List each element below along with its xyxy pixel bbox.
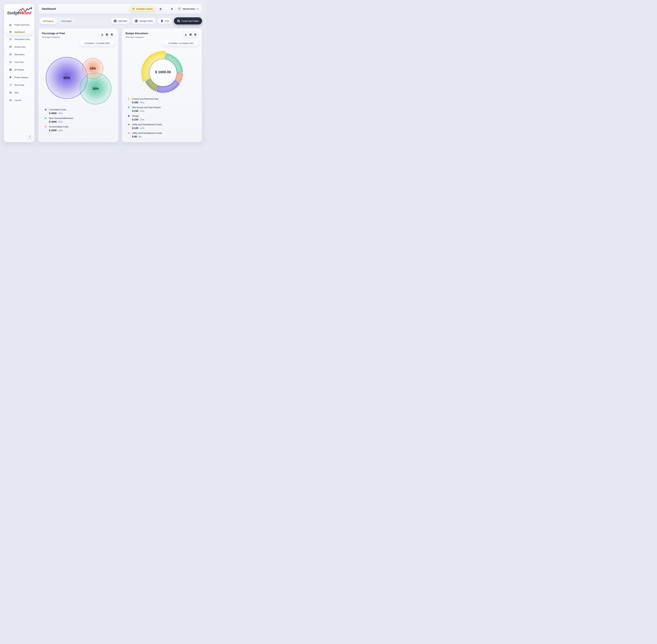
bell-icon — [170, 7, 173, 10]
projects-tray-icon — [9, 68, 12, 71]
schedule-demo-button[interactable]: Schedule a Demo — [130, 6, 156, 12]
legend-item: Utility and Development Costs $ 12012% — [128, 123, 162, 130]
dashboard-actions: Add Chart Arrange Charts Print Create Ne… — [111, 17, 202, 25]
app-logo: budget4cast — [7, 8, 32, 16]
sidebar-item-label: Project Sammary — [14, 24, 29, 26]
sidebar-item-label: Project Settings — [14, 76, 28, 78]
tab-trial-project[interactable]: Trial Project — [58, 18, 75, 24]
user-profile-menu[interactable]: Murad Amiar — [177, 7, 198, 11]
sidebar-item-dashboard[interactable]: Dashboard — [6, 28, 33, 36]
arrange-icon — [135, 19, 138, 23]
chevron-left-icon — [29, 135, 31, 137]
sidebar-item-label: Log Out — [14, 99, 21, 101]
sidebar-item-label: Relocations — [14, 53, 25, 55]
project-tabs: All Projects Trial Project — [38, 17, 76, 25]
donut-legend: County and Planning Fees $ 35035% Site S… — [128, 97, 162, 139]
plus-icon — [114, 19, 117, 23]
card-action-bar — [183, 32, 198, 37]
logout-icon — [9, 99, 12, 101]
legend-dot — [45, 109, 47, 111]
date-range-picker[interactable]: 10 October / 12 October 2024 — [79, 40, 115, 46]
svg-text:35%: 35% — [92, 87, 99, 90]
legend-item: Utility and Development Costs $ 808% — [128, 132, 162, 139]
legend-dot — [128, 115, 130, 117]
legend-item: Site Survey and Soils Report $ 23023% — [128, 106, 162, 113]
donut-chart — [122, 28, 202, 97]
sidebar-item-cash-flow[interactable]: Cash Flow — [4, 58, 34, 66]
sidebar-item-log-out[interactable]: Log Out — [4, 96, 34, 104]
svg-text:$: $ — [10, 46, 11, 48]
legend-dot — [45, 126, 47, 128]
date-range-picker[interactable]: 10 October / 12 October 2024 — [163, 40, 198, 46]
budget-allocations-card: Budget Allocations All Budget Categories… — [122, 28, 202, 142]
svg-text:20%: 20% — [90, 67, 96, 70]
top-header: Dashboard Schedule a Demo Murad Amiar — [38, 4, 202, 14]
legend-item: County and Planning Fees $ 35035% — [128, 97, 162, 105]
sidebar-item-project-settings[interactable]: Project Settings — [4, 73, 34, 81]
settings-hex-icon — [9, 76, 12, 79]
legend-dot — [45, 117, 47, 119]
sidebar-collapse-button[interactable] — [27, 134, 32, 139]
play-icon — [133, 8, 135, 10]
close-icon[interactable] — [110, 33, 114, 36]
logo-wordmark: budget4cast — [7, 10, 31, 15]
sidebar-item-all-projects[interactable]: All Projects — [4, 66, 34, 73]
relocate-icon — [9, 53, 12, 56]
sidebar-item-label: Forecasted Costs — [14, 38, 30, 40]
card-action-bar — [99, 32, 115, 37]
sidebar: budget4cast Project Sammary Dashboard Fo… — [4, 4, 34, 142]
dashboard-grid-icon — [9, 30, 12, 33]
sidebar-item-label: Help — [14, 91, 18, 94]
legend-dot — [128, 98, 130, 100]
cash-flow-icon — [9, 61, 12, 64]
card-subtitle: All Budget Categories — [125, 36, 144, 38]
sidebar-item-label: Reset Data — [14, 84, 24, 86]
sidebar-item-label: Cash Flow — [14, 61, 24, 63]
sidebar-item-help[interactable]: Help — [4, 89, 34, 96]
arrange-charts-button[interactable]: Arrange Charts — [132, 18, 156, 24]
card-title: Percentage of Total — [42, 32, 65, 35]
app-root: budget4cast Project Sammary Dashboard Fo… — [0, 0, 206, 146]
legend-item: Design $ 22022% — [128, 114, 162, 122]
receipt-icon — [9, 38, 12, 41]
legend-item: Non-ForecastedInvoices $ 300035% — [45, 117, 73, 124]
legend-dot — [128, 107, 130, 108]
create-new-project-button[interactable]: Create New Project — [174, 17, 202, 24]
reset-icon — [9, 84, 12, 86]
user-name: Murad Amiar — [183, 8, 195, 10]
expand-icon[interactable] — [189, 33, 192, 36]
legend-dot — [128, 124, 130, 125]
sidebar-nav: Project Sammary Dashboard Forecasted Cos… — [4, 21, 34, 104]
card-subtitle: All Budget Categories — [42, 36, 60, 38]
legend-dot — [128, 132, 130, 134]
new-project-icon — [177, 20, 180, 22]
print-button[interactable]: Print — [158, 18, 172, 24]
donut-total: $ 1000.00 — [149, 70, 178, 74]
add-chart-button[interactable]: Add Chart — [111, 18, 130, 24]
legend-item: Committed Costs $ 400045% — [45, 108, 73, 115]
sidebar-item-actual-costs[interactable]: $ Actual Costs — [4, 43, 34, 51]
theme-toggle[interactable] — [158, 6, 167, 12]
sidebar-item-label: Dashboard — [15, 31, 25, 33]
expand-icon[interactable] — [105, 33, 109, 36]
download-icon[interactable] — [184, 33, 188, 36]
avatar — [177, 7, 182, 11]
sidebar-item-project-summary[interactable]: Project Sammary — [4, 21, 34, 28]
svg-text:45%: 45% — [63, 76, 70, 80]
notifications-button[interactable] — [169, 6, 175, 12]
sidebar-item-forecasted-costs[interactable]: Forecasted Costs — [4, 36, 34, 43]
help-icon — [9, 91, 12, 94]
close-icon[interactable] — [194, 33, 197, 36]
sun-icon — [158, 6, 163, 12]
bar-chart-icon — [9, 23, 12, 26]
sidebar-item-reset-data[interactable]: Reset Data — [4, 81, 34, 89]
percentage-of-total-card: Percentage of Total All Budget Categorie… — [38, 28, 118, 142]
card-title: Budget Allocations — [125, 32, 148, 35]
legend-item: Uncommitted Costs $ 200020% — [45, 125, 73, 133]
sidebar-item-relocations[interactable]: Relocations — [4, 51, 34, 58]
download-icon[interactable] — [100, 33, 104, 36]
tab-all-projects[interactable]: All Projects — [40, 18, 57, 24]
venn-legend: Committed Costs $ 400045% Non-Forecasted… — [45, 108, 73, 133]
header-controls: Schedule a Demo Murad Amiar — [130, 6, 198, 12]
page-title: Dashboard — [42, 7, 56, 10]
